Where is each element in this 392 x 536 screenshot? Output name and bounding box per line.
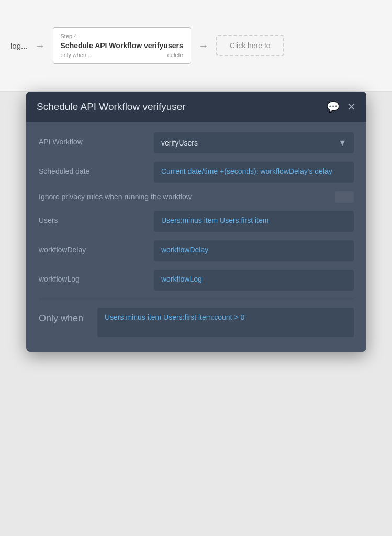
workflow-delay-label: workflowDelay [39, 240, 154, 254]
close-button[interactable]: ✕ [347, 102, 356, 112]
click-here-text: Click here to [230, 41, 271, 50]
modal-header: Schedule API Workflow verifyuser 💬 ✕ [26, 92, 366, 122]
workflow-delay-row: workflowDelay workflowDelay [39, 240, 354, 261]
modal-title: Schedule API Workflow verifyuser [37, 101, 186, 113]
api-workflow-value: verifyUsers [161, 139, 198, 147]
separator [39, 299, 354, 299]
ignore-privacy-label: Ignore privacy rules when running the wo… [39, 193, 335, 201]
modal-header-icons: 💬 ✕ [327, 102, 356, 112]
only-when-label: Only when [39, 308, 91, 324]
only-when-row: Only when Users:minus item Users:first i… [39, 308, 354, 337]
users-label: Users [39, 211, 154, 225]
api-workflow-label: API Workflow [39, 132, 154, 146]
arrow-icon-1: → [35, 40, 46, 52]
workflow-log-row: workflowLog workflowLog [39, 270, 354, 291]
comment-icon: 💬 [327, 101, 340, 113]
step-meta-right: delete [167, 52, 183, 58]
ignore-privacy-row: Ignore privacy rules when running the wo… [39, 191, 354, 203]
workflow-delay-value[interactable]: workflowDelay [154, 240, 354, 261]
api-workflow-row: API Workflow verifyUsers ▼ [39, 132, 354, 153]
close-icon: ✕ [347, 101, 356, 113]
workflow-log-value[interactable]: workflowLog [154, 270, 354, 291]
scheduled-date-value[interactable]: Current date/time +(seconds): workflowDe… [154, 162, 354, 183]
dropdown-arrow-icon: ▼ [338, 138, 346, 148]
step-meta-left: only when... [61, 52, 92, 58]
scheduled-date-label: Scheduled date [39, 162, 154, 175]
only-when-value[interactable]: Users:minus item Users:first item:count … [97, 308, 354, 337]
workflow-step-box[interactable]: Step 4 Schedule API Workflow verifyusers… [53, 27, 191, 64]
step-label: Step 4 [61, 33, 183, 39]
workflow-bar: log... → Step 4 Schedule API Workflow ve… [0, 0, 392, 92]
arrow-icon-2: → [198, 40, 209, 52]
scheduled-date-row: Scheduled date Current date/time +(secon… [39, 162, 354, 183]
modal-body: API Workflow verifyUsers ▼ Scheduled dat… [26, 122, 366, 352]
step-meta: only when... delete [61, 52, 183, 58]
api-workflow-dropdown[interactable]: verifyUsers ▼ [154, 132, 354, 153]
comment-button[interactable]: 💬 [327, 102, 340, 112]
workflow-log-label: workflowLog [39, 270, 154, 283]
ignore-privacy-toggle[interactable] [335, 191, 354, 203]
users-value[interactable]: Users:minus item Users:first item [154, 211, 354, 232]
modal-dialog: Schedule API Workflow verifyuser 💬 ✕ API… [26, 92, 366, 352]
workflow-step-placeholder[interactable]: Click here to [216, 35, 284, 56]
step-title: Schedule API Workflow verifyusers [61, 41, 183, 50]
workflow-ellipsis: log... [10, 41, 28, 50]
users-row: Users Users:minus item Users:first item [39, 211, 354, 232]
